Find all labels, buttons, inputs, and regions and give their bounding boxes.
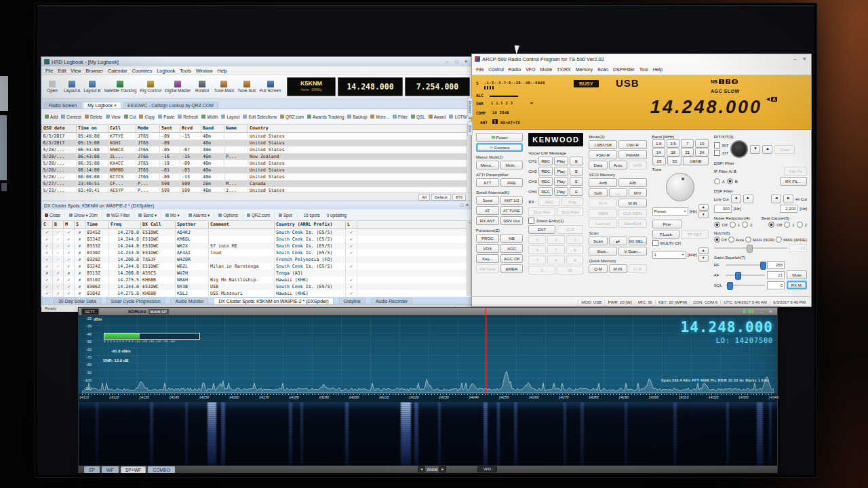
hrd-tab[interactable]: ES1DWC - Callsign Lookup by QRZ.COM	[123, 102, 218, 108]
arcp-button[interactable]: 50	[667, 157, 682, 165]
checkbox[interactable]	[528, 218, 534, 224]
cluster-toolbar-button[interactable]: Options	[218, 213, 243, 218]
nr-1-radio[interactable]	[730, 222, 736, 228]
arcp-menu-item[interactable]: File	[476, 67, 484, 72]
hrd-bottom-tab[interactable]: 30 Day Solar Data	[54, 298, 101, 304]
nr-2-radio[interactable]	[742, 222, 748, 228]
arcp-button[interactable]: Connect	[476, 143, 523, 152]
arcp-button[interactable]: ENT	[528, 225, 555, 234]
hrd-menu-item[interactable]: Countries	[132, 68, 153, 73]
arcp-button[interactable]: 00	[557, 266, 584, 274]
notch-man-wide-radio[interactable]	[776, 237, 782, 243]
arcp-button[interactable]: A/B	[618, 178, 647, 187]
rit-knob[interactable]	[730, 140, 748, 158]
side-tab-20m[interactable]: 20m	[467, 121, 473, 136]
hrd-menu-item[interactable]: Logbook	[157, 68, 175, 73]
column-header[interactable]: B	[53, 221, 64, 229]
logbook-toolbar-button[interactable]: Layout	[221, 115, 239, 119]
arcp-button[interactable]: AGC Off	[500, 254, 524, 263]
arcp-menu-item[interactable]: Help	[653, 67, 663, 72]
logbook-toolbar-button[interactable]: Awards Tracking	[307, 115, 344, 119]
cluster-toolbar-button[interactable]: QRZ.com	[247, 213, 275, 218]
arcp-button[interactable]: 2	[547, 235, 565, 244]
arcp-button[interactable]: PRE	[500, 178, 524, 187]
arcp-menu-item[interactable]: TX/RX	[557, 67, 571, 72]
maximize-icon[interactable]: □	[453, 58, 460, 65]
arcp-button[interactable]: Key...	[476, 254, 499, 263]
logbook-toolbar-button[interactable]: Contest	[61, 115, 81, 119]
arcp-button[interactable]: V Scan...	[618, 247, 647, 256]
cluster-toolbar-button[interactable]: Spot	[279, 213, 297, 218]
column-header[interactable]: Band	[201, 125, 224, 133]
af-gain-slider[interactable]	[726, 274, 765, 276]
arcp-menu-item[interactable]: Memory	[576, 67, 593, 72]
logbook-footer-badge[interactable]: Default	[431, 194, 451, 201]
table-row[interactable]: 5/28/...06:08:00KC7CSJT65-09-1340mUnited…	[42, 174, 473, 180]
arcp-close-icon[interactable]: ✕	[801, 56, 808, 62]
close-icon[interactable]: ✕	[462, 58, 470, 65]
arcp-button[interactable]: M.IN	[609, 264, 627, 273]
side-tab-rotator[interactable]: Rotator	[467, 98, 473, 117]
cluster-toolbar-button[interactable]: Mo ▾	[165, 213, 184, 218]
hrd-menu-item[interactable]: Window	[196, 68, 213, 73]
cluster-toolbar-button[interactable]: Show ▾ 20m	[69, 213, 102, 218]
arcp-menu-item[interactable]: Tool	[639, 67, 648, 72]
column-header[interactable]: M	[64, 221, 75, 229]
waterfall-display[interactable]	[79, 402, 777, 466]
table-row[interactable]: 5/28/...06:51:00N5BCAJT65-05-0740mUnited…	[42, 146, 473, 153]
arcp-button[interactable]: Send	[476, 196, 499, 205]
arcp-button[interactable]: Scan	[589, 237, 607, 245]
arcp-button[interactable]: REC	[538, 197, 560, 206]
logbook-toolbar-button[interactable]: Refresh	[178, 115, 198, 119]
arcp-button[interactable]: 14	[652, 148, 665, 157]
logbook-toolbar-button[interactable]: Delete	[85, 115, 102, 119]
arcp-button[interactable]: VOX	[476, 244, 499, 253]
arcp-button[interactable]: ▴▾	[609, 237, 627, 245]
table-row[interactable]: 5/28/...06:43:00ZL...JT65-16-1540mP...Ne…	[42, 153, 473, 160]
arcp-button[interactable]: 7	[528, 256, 546, 264]
cluster-titlebar[interactable]: DX Cluster Spots: K5KNM on WA9PIE-2 * (D…	[41, 201, 473, 209]
display-mode-button[interactable]: COMBO	[148, 466, 175, 473]
arcp-titlebar[interactable]: ARCP-590 Radio Control Program for TS-59…	[472, 54, 811, 64]
minimize-icon[interactable]: –	[443, 58, 451, 65]
arcp-button[interactable]: RX ANT	[476, 216, 499, 225]
column-header[interactable]: Mode	[136, 125, 160, 133]
logbook-toolbar-button[interactable]: View	[106, 115, 121, 119]
arcp-button[interactable]: AGC	[500, 244, 524, 253]
arcp-button[interactable]: LSB/USB	[589, 140, 617, 149]
arcp-button[interactable]: FM/AM	[618, 150, 647, 159]
arcp-button[interactable]: Slow...	[589, 247, 617, 256]
table-row[interactable]: 5/28/...06:14:00N9PBDJT65-01-0340mUnited…	[42, 167, 473, 174]
hrd-bottom-tab[interactable]: Audio Monitor	[170, 298, 208, 304]
spectrum-display[interactable]: -20-30-40-50-60-70-80-90-100-110 dBm S 1…	[79, 315, 777, 393]
arcp-button[interactable]: GENE	[683, 157, 709, 165]
hrd-menu-item[interactable]: Browser	[85, 68, 103, 73]
bc-1-radio[interactable]	[784, 222, 790, 228]
arcp-button[interactable]: Q-M	[589, 264, 607, 273]
logbook-toolbar-button[interactable]: More...	[370, 115, 389, 119]
arcp-button[interactable]: 7	[681, 139, 694, 148]
arcp-button[interactable]: REC	[538, 187, 553, 196]
arcp-button[interactable]: CW/-R	[618, 140, 647, 149]
arcp-button[interactable]: Multi...	[500, 161, 524, 169]
arcp-button[interactable]: REC	[538, 177, 553, 186]
arcp-button[interactable]: SG SEL...	[629, 237, 647, 245]
column-header[interactable]: S	[75, 221, 85, 229]
column-header[interactable]: Time on	[77, 125, 108, 133]
display-mode-button[interactable]: SP+WF	[121, 466, 146, 473]
display-mode-button[interactable]: WF	[102, 466, 119, 473]
arcp-button[interactable]: AT	[476, 206, 499, 215]
preset-dropdown[interactable]: Preset▼	[652, 207, 688, 216]
hrd-menu-item[interactable]: Edit	[58, 68, 66, 73]
logbook-toolbar-button[interactable]: QSL	[411, 115, 425, 119]
lowcut-up-button[interactable]: ►	[743, 195, 753, 203]
arcp-button[interactable]: NB	[500, 234, 524, 243]
arcp-button[interactable]: 24	[695, 148, 708, 157]
rx-monitor-button[interactable]: RX M.	[787, 281, 807, 289]
arcp-button[interactable]: 0	[528, 266, 555, 274]
hrd-bottom-tab[interactable]: Audio Recorder	[371, 298, 412, 304]
xit-checkbox[interactable]	[714, 150, 720, 156]
arcp-button[interactable]: E	[570, 157, 584, 165]
hrd-toolbar-button[interactable]: Tune-Sub	[236, 76, 257, 98]
bc-off-radio[interactable]	[768, 222, 774, 228]
